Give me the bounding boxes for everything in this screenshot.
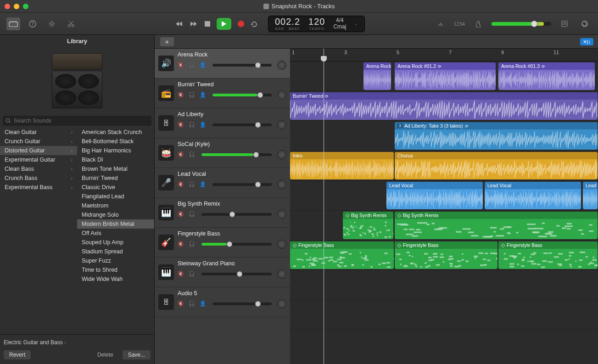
library-column-categories[interactable]: Clean Guitar›Crunch Guitar›Distorted Gui… <box>0 128 77 334</box>
region[interactable]: Chorus <box>395 152 598 179</box>
patch-item[interactable]: Burnin' Tweed <box>77 174 154 183</box>
library-toggle-button[interactable] <box>6 17 20 30</box>
smart-controls-button[interactable]: ✕|↕ <box>580 38 593 45</box>
track-header[interactable]: 🎹 Steinway Grand Piano 🔇 🎧 <box>155 258 290 287</box>
headphone-button[interactable]: 🎧 <box>189 92 196 98</box>
track-header[interactable]: 🎤 Lead Vocal 🔇 🎧 👤 <box>155 168 290 198</box>
lcd-display[interactable]: 002.2 BAR BEAT 120 TEMPO 4/4 Cmaj ⌄ <box>268 16 365 32</box>
revert-button[interactable]: Revert <box>4 350 31 359</box>
rewind-button[interactable] <box>175 21 184 27</box>
track-volume-slider[interactable] <box>201 213 272 216</box>
input-monitor-button[interactable]: 👤 <box>200 62 207 68</box>
region[interactable]: Lead Vocal <box>485 182 581 209</box>
input-monitor-button[interactable]: 👤 <box>200 181 207 188</box>
loop-browser-button[interactable] <box>578 17 592 30</box>
play-button[interactable] <box>217 18 231 30</box>
region[interactable]: ◇Fingerstyle Bass <box>498 241 598 269</box>
playhead-line[interactable] <box>324 62 324 364</box>
category-item[interactable]: Crunch Guitar› <box>0 137 77 146</box>
playhead[interactable] <box>324 49 324 61</box>
region[interactable]: ◇Fingerstyle Bass <box>290 241 394 269</box>
category-item[interactable]: Clean Bass› <box>0 164 77 174</box>
patch-item[interactable]: Classic Drive <box>77 183 154 192</box>
patch-item[interactable]: Bell-Bottomed Stack <box>77 137 154 146</box>
scissors-icon[interactable] <box>64 17 78 30</box>
track-volume-slider[interactable] <box>212 183 272 186</box>
pan-knob[interactable] <box>277 299 286 308</box>
signature-key-display[interactable]: 4/4 Cmaj <box>333 17 346 29</box>
patch-item[interactable]: Souped Up Amp <box>77 238 154 247</box>
headphone-button[interactable]: 🎧 <box>189 151 196 158</box>
category-item[interactable]: Experimental Guitar› <box>0 155 77 164</box>
record-button[interactable] <box>238 21 244 27</box>
save-button[interactable]: Save... <box>123 350 151 359</box>
region[interactable]: ◇Fingerstyle Bass <box>395 241 497 269</box>
track-lane[interactable] <box>290 270 598 300</box>
track-header[interactable]: 🎚 Ad Liberty 🔇 🎧 👤 <box>155 108 290 138</box>
notepad-button[interactable] <box>558 17 571 30</box>
tempo-display[interactable]: 120 <box>308 17 325 26</box>
category-item[interactable]: Crunch Bass› <box>0 174 77 183</box>
pan-knob[interactable] <box>277 90 286 100</box>
patch-item[interactable]: Maelstrom <box>77 201 154 210</box>
region[interactable]: Arena Rock #01.2 <box>395 62 496 90</box>
headphone-button[interactable]: 🎧 <box>189 181 196 188</box>
delete-button[interactable]: Delete <box>92 350 119 359</box>
patch-item[interactable]: Time to Shred <box>77 265 154 274</box>
track-volume-slider[interactable] <box>201 243 272 246</box>
headphone-button[interactable]: 🎧 <box>189 301 196 307</box>
patch-item[interactable]: Stadium Spread <box>77 247 154 256</box>
patch-item[interactable]: Big Hair Harmonics <box>77 146 154 155</box>
input-monitor-button[interactable]: 👤 <box>200 122 207 128</box>
patch-item[interactable]: Off Axis <box>77 229 154 238</box>
patch-item[interactable]: Black DI <box>77 155 154 164</box>
mute-button[interactable]: 🔇 <box>178 92 185 98</box>
master-volume-slider[interactable] <box>492 22 551 26</box>
category-item[interactable]: Clean Guitar› <box>0 128 77 137</box>
tuner-button[interactable] <box>434 17 447 30</box>
region[interactable]: ◇Big Synth Remix <box>343 212 393 239</box>
category-item[interactable]: Distorted Guitar› <box>0 146 77 155</box>
track-volume-slider[interactable] <box>212 123 272 126</box>
region[interactable]: Arena Rock #01.3 <box>498 62 595 90</box>
track-lane[interactable]: Intro Chorus <box>290 151 598 181</box>
timeline[interactable]: Arena Rock Arena Rock #01.2 Arena Rock #… <box>290 62 598 364</box>
track-lane[interactable]: Lead Vocal Lead Vocal Lead <box>290 181 598 211</box>
patch-item[interactable]: Modern British Metal <box>77 219 154 229</box>
track-lane[interactable]: ◇Fingerstyle Bass ◇Fingerstyle Bass ◇Fin… <box>290 241 598 270</box>
region[interactable]: ◇Big Synth Remix <box>395 212 598 239</box>
forward-button[interactable] <box>190 21 198 27</box>
library-breadcrumb[interactable]: Electric Guitar and Bass › <box>4 337 151 347</box>
mute-button[interactable]: 🔇 <box>178 181 185 188</box>
category-item[interactable]: Experimental Bass› <box>0 183 77 192</box>
headphone-button[interactable]: 🎧 <box>189 271 196 277</box>
pan-knob[interactable] <box>277 210 286 219</box>
region[interactable]: Lead Vocal <box>386 182 483 209</box>
patch-item[interactable]: Brown Tone Metal <box>77 164 154 174</box>
input-monitor-button[interactable]: 👤 <box>200 301 207 307</box>
library-column-patches[interactable]: American Stack CrunchBell-Bottomed Stack… <box>77 128 154 334</box>
patch-item[interactable]: Wide Wide Wah <box>77 274 154 284</box>
mute-button[interactable]: 🔇 <box>178 62 185 68</box>
stop-button[interactable] <box>205 21 210 27</box>
lcd-chevron-icon[interactable]: ⌄ <box>354 21 358 26</box>
count-in-button[interactable]: 1234 <box>454 21 465 27</box>
track-volume-slider[interactable] <box>212 302 272 305</box>
pan-knob[interactable] <box>277 150 286 159</box>
pan-knob[interactable] <box>277 269 286 279</box>
track-volume-slider[interactable] <box>212 94 272 96</box>
patch-item[interactable]: American Stack Crunch <box>77 128 154 137</box>
pan-knob[interactable] <box>277 120 286 129</box>
zoom-window-button[interactable] <box>23 4 28 9</box>
add-track-button[interactable]: + <box>160 37 174 46</box>
region[interactable]: Lead <box>583 182 598 209</box>
headphone-button[interactable]: 🎧 <box>189 241 196 247</box>
input-monitor-button[interactable]: 👤 <box>200 92 207 98</box>
search-input[interactable] <box>14 118 149 124</box>
track-lane[interactable]: Burnin' Tweed <box>290 91 598 121</box>
pan-knob[interactable] <box>277 61 286 70</box>
region[interactable]: Burnin' Tweed <box>290 92 598 120</box>
search-field[interactable] <box>3 116 151 126</box>
patch-item[interactable]: Flangilated Lead <box>77 192 154 201</box>
track-volume-slider[interactable] <box>212 64 272 67</box>
